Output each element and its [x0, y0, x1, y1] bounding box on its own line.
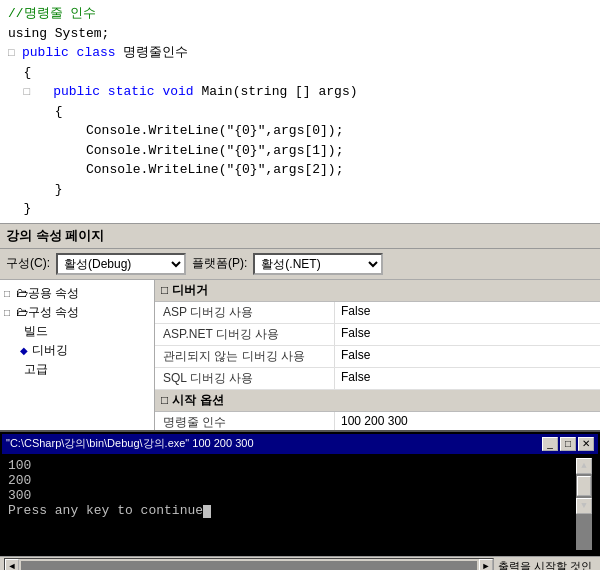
- tree-item-build[interactable]: 빌드: [0, 322, 154, 341]
- scroll-right-button[interactable]: ►: [479, 559, 493, 570]
- platform-select[interactable]: 활성(.NET): [253, 253, 383, 275]
- cmdargs-value: 100 200 300: [335, 412, 600, 430]
- scroll-left-button[interactable]: ◄: [5, 559, 19, 570]
- start-section-header: □ 시작 옵션: [155, 390, 600, 412]
- console-titlebar: "C:\CSharp\강의\bin\Debug\강의.exe" 100 200 …: [2, 434, 598, 454]
- props-title: 강의 속성 페이지: [0, 224, 600, 249]
- code-line-10: }: [8, 180, 592, 200]
- maximize-button[interactable]: □: [560, 437, 576, 451]
- tree-item-common-props[interactable]: □ 🗁 공용 속성: [0, 284, 154, 303]
- tree-icon-folder-2: 🗁: [16, 305, 28, 319]
- console-line-3: 300: [8, 488, 572, 503]
- tree-label-advanced: 고급: [24, 361, 48, 378]
- tree-expand-icon: □: [4, 288, 16, 299]
- code-line-2: using System;: [8, 24, 592, 44]
- close-button[interactable]: ✕: [578, 437, 594, 451]
- props-grid: □ 디버거 ASP 디버깅 사용 False ASP.NET 디버깅 사용 Fa…: [155, 280, 600, 430]
- gutter-5: □: [24, 84, 38, 101]
- console-controls: _ □ ✕: [542, 437, 594, 451]
- code-line-1: //명령줄 인수: [8, 4, 592, 24]
- status-label: 출력을 시작할 것인: [494, 559, 596, 571]
- gutter-3: □: [8, 45, 22, 62]
- debug-expand-icon: □: [161, 283, 168, 297]
- properties-panel: 강의 속성 페이지 구성(C): 활성(Debug) 플랫폼(P): 활성(.N…: [0, 224, 600, 432]
- grid-row-aspnet-debug: ASP.NET 디버깅 사용 False: [155, 324, 600, 346]
- grid-row-sql-debug: SQL 디버깅 사용 False: [155, 368, 600, 390]
- sql-debug-value: False: [335, 368, 600, 389]
- debug-section-header: □ 디버거: [155, 280, 600, 302]
- props-tree: □ 🗁 공용 속성 □ 🗁 구성 속성 빌드 ◆ 디버깅 고급: [0, 280, 155, 430]
- code-line-7: Console.WriteLine("{0}",args[0]);: [8, 121, 592, 141]
- scroll-down-button[interactable]: ▼: [576, 498, 592, 514]
- config-select[interactable]: 활성(Debug): [56, 253, 186, 275]
- code-line-4: {: [8, 63, 592, 83]
- grid-row-asp-debug: ASP 디버깅 사용 False: [155, 302, 600, 324]
- debug-section-title: 디버거: [172, 282, 208, 299]
- code-line-3: □public class 명령줄인수: [8, 43, 592, 63]
- console-window: "C:\CSharp\강의\bin\Debug\강의.exe" 100 200 …: [0, 432, 600, 556]
- console-line-2: 200: [8, 473, 572, 488]
- grid-row-unmanaged-debug: 관리되지 않는 디버깅 사용 False: [155, 346, 600, 368]
- aspnet-debug-label: ASP.NET 디버깅 사용: [155, 324, 335, 345]
- tree-label-debug: 디버깅: [32, 342, 68, 359]
- code-line-11: }: [8, 199, 592, 219]
- bottom-statusbar: ◄ ► 출력을 시작할 것인: [0, 556, 600, 571]
- props-content: □ 🗁 공용 속성 □ 🗁 구성 속성 빌드 ◆ 디버깅 고급 □: [0, 280, 600, 430]
- aspnet-debug-value: False: [335, 324, 600, 345]
- code-editor: //명령줄 인수 using System; □public class 명령줄…: [0, 0, 600, 224]
- sql-debug-label: SQL 디버깅 사용: [155, 368, 335, 389]
- tree-label-common: 공용 속성: [28, 285, 79, 302]
- start-section-title: 시작 옵션: [172, 392, 223, 409]
- console-content: 100 200 300 Press any key to continue: [8, 458, 572, 550]
- unmanaged-debug-label: 관리되지 않는 디버깅 사용: [155, 346, 335, 367]
- props-toolbar: 구성(C): 활성(Debug) 플랫폼(P): 활성(.NET): [0, 249, 600, 280]
- start-expand-icon: □: [161, 393, 168, 407]
- config-label: 구성(C):: [6, 255, 50, 272]
- console-cursor: [203, 505, 211, 518]
- cmdargs-label: 명령줄 인수: [155, 412, 335, 430]
- unmanaged-debug-value: False: [335, 346, 600, 367]
- tree-diamond-icon: ◆: [20, 345, 32, 356]
- tree-label-build: 빌드: [24, 323, 48, 340]
- grid-row-cmdargs: 명령줄 인수 100 200 300: [155, 412, 600, 430]
- scroll-up-button[interactable]: ▲: [576, 458, 592, 474]
- console-body: 100 200 300 Press any key to continue ▲ …: [2, 454, 598, 554]
- console-line-1: 100: [8, 458, 572, 473]
- asp-debug-label: ASP 디버깅 사용: [155, 302, 335, 323]
- tree-label-config: 구성 속성: [28, 304, 79, 321]
- tree-item-advanced[interactable]: 고급: [0, 360, 154, 379]
- console-line-4: Press any key to continue: [8, 503, 572, 518]
- console-scrollbar: ▲ ▼: [576, 458, 592, 550]
- platform-label: 플랫폼(P):: [192, 255, 247, 272]
- console-title-text: "C:\CSharp\강의\bin\Debug\강의.exe" 100 200 …: [6, 436, 254, 451]
- scroll-thumb[interactable]: [577, 476, 591, 496]
- code-line-6: {: [8, 102, 592, 122]
- asp-debug-value: False: [335, 302, 600, 323]
- bottom-scrollbar: ◄ ►: [4, 558, 494, 570]
- tree-icon-folder: 🗁: [16, 286, 28, 300]
- tree-item-debug[interactable]: ◆ 디버깅: [0, 341, 154, 360]
- scroll-track: [21, 561, 477, 570]
- tree-expand-icon-2: □: [4, 307, 16, 318]
- tree-item-config-props[interactable]: □ 🗁 구성 속성: [0, 303, 154, 322]
- code-line-9: Console.WriteLine("{0}",args[2]);: [8, 160, 592, 180]
- minimize-button[interactable]: _: [542, 437, 558, 451]
- code-line-5: □ public static void Main(string [] args…: [8, 82, 592, 102]
- code-line-8: Console.WriteLine("{0}",args[1]);: [8, 141, 592, 161]
